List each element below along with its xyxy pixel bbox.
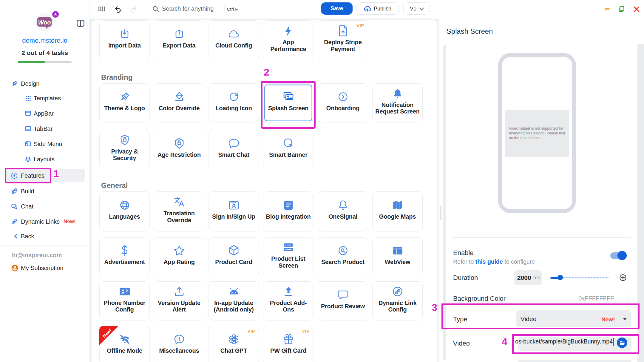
svg-text:Woo: Woo (38, 19, 51, 26)
